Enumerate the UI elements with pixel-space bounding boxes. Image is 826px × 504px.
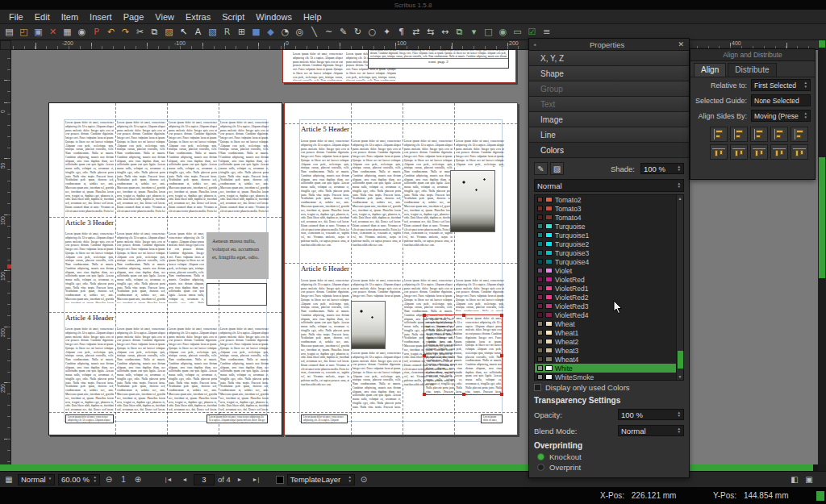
insert-image-frame-icon[interactable]: ▧ xyxy=(206,25,219,39)
color-list-item[interactable]: White xyxy=(535,364,683,373)
vertical-scrollbar-thumb[interactable] xyxy=(819,157,825,278)
fill-type-select[interactable]: Normal ▲▼ xyxy=(534,179,684,192)
insert-table-icon[interactable]: ⊞ xyxy=(235,25,248,39)
align-bottom-sides-icon[interactable] xyxy=(770,144,788,160)
preview-quality-select[interactable]: Normal ▼ xyxy=(18,474,55,485)
footer-box[interactable]: Lorem ipsum dolor sit amet, consectetuer… xyxy=(481,414,503,423)
float-panel-icon[interactable]: ▪ xyxy=(532,41,538,48)
close-icon[interactable]: ✕ xyxy=(676,40,686,48)
horizontal-scrollbar-thumb[interactable] xyxy=(0,464,813,471)
selection-handle[interactable] xyxy=(500,393,503,396)
insert-polygon-icon[interactable]: ◆ xyxy=(264,25,277,39)
cut-icon[interactable]: ✂ xyxy=(133,25,147,39)
menu-windows[interactable]: Windows xyxy=(250,11,298,23)
color-list-scrollbar[interactable]: ▲ ▼ xyxy=(676,195,683,380)
zoom-input[interactable]: 60.00 % ▲▼ xyxy=(58,474,100,485)
color-list-item[interactable]: Turquoise1 xyxy=(535,231,683,240)
overprint-radio[interactable] xyxy=(537,464,544,471)
shade-input[interactable]: 100 % ▲▼ xyxy=(640,163,684,174)
tab-distribute[interactable]: Distribute xyxy=(728,63,776,77)
page-2-partial[interactable]: Lorem ipsum dolor sit amet, consectetuer… xyxy=(282,50,516,83)
layer-visibility-eye-icon[interactable]: ⊙ xyxy=(358,474,369,485)
selection-handle[interactable] xyxy=(423,393,426,396)
color-list-item[interactable]: Turquoise4 xyxy=(535,257,683,266)
selection-handle[interactable] xyxy=(500,314,503,317)
color-list-item[interactable]: Tomato3 xyxy=(535,204,683,213)
pdf-push-button-icon[interactable]: □ xyxy=(482,25,495,39)
zoom-100-icon[interactable]: 1 xyxy=(118,474,129,485)
section-colors[interactable]: Colors xyxy=(529,143,689,158)
vertical-ruler[interactable]: 050100150200250 xyxy=(0,50,11,464)
align-bottom-to-top-icon[interactable] xyxy=(710,144,728,160)
align-right-to-left-icon[interactable] xyxy=(710,127,728,142)
spinner-arrows-icon[interactable]: ▲▼ xyxy=(675,411,681,419)
pdf-text-field-icon[interactable]: ▭ xyxy=(511,25,524,39)
insert-spiral-icon[interactable]: ◎ xyxy=(293,25,307,39)
vertical-scrollbar-top[interactable] xyxy=(819,40,825,48)
color-list-item[interactable]: Wheat2 xyxy=(535,337,683,346)
display-used-colors-checkbox[interactable] xyxy=(534,384,541,391)
insert-line-icon[interactable]: ╲ xyxy=(307,25,321,39)
menu-edit[interactable]: Edit xyxy=(29,11,56,23)
section-shape[interactable]: Shape xyxy=(529,66,689,81)
color-management-icon[interactable]: ◧ xyxy=(789,474,800,485)
spinner-arrows-icon[interactable]: ▲▼ xyxy=(91,476,97,483)
color-list-item[interactable]: VioletRed3 xyxy=(535,302,683,310)
align-left-to-right-icon[interactable] xyxy=(791,127,808,142)
print-preview-icon[interactable]: ◉ xyxy=(75,25,89,39)
kite-photo-1[interactable] xyxy=(450,170,495,232)
menu-help[interactable]: Help xyxy=(298,11,327,23)
vertical-scrollbar[interactable] xyxy=(818,40,826,464)
insert-text-frame-icon[interactable]: A xyxy=(191,25,205,39)
insert-arc-icon[interactable]: ◔ xyxy=(278,25,292,39)
section-line[interactable]: Line xyxy=(529,127,689,143)
rotate-item-icon[interactable]: ↻ xyxy=(351,25,365,39)
continuation-table[interactable]: Lorem ipsum dolor sit amet, consectetuer… xyxy=(368,50,509,69)
color-list-item[interactable]: VioletRed2 xyxy=(535,293,683,302)
menu-file[interactable]: File xyxy=(3,11,29,23)
color-list-item[interactable]: Turquoise2 xyxy=(535,240,683,248)
unlink-text-frames-icon[interactable]: ⇆ xyxy=(423,25,437,39)
color-list-item[interactable]: VioletRed xyxy=(535,275,683,284)
menu-insert[interactable]: Insert xyxy=(84,11,118,23)
relative-to-select[interactable]: First Selected ▲▼ xyxy=(751,79,811,91)
copy-properties-icon[interactable]: ⧉ xyxy=(453,25,466,39)
footer-box[interactable]: Lorem ipsum dolor sit amet, consectetuer… xyxy=(65,414,114,423)
center-vertical-axis-icon[interactable] xyxy=(750,127,768,142)
pdf-combo-box-icon[interactable]: ≡ xyxy=(540,25,553,39)
insert-bezier-icon[interactable]: ~ xyxy=(322,25,336,39)
first-page-icon[interactable]: |◄ xyxy=(161,474,176,485)
insert-shape-icon[interactable]: ■ xyxy=(249,25,263,39)
insert-freehand-icon[interactable]: ✎ xyxy=(336,25,350,39)
select-item-icon[interactable]: ↖ xyxy=(177,25,190,39)
section-xyz[interactable]: X, Y, Z xyxy=(529,51,689,66)
color-list-item[interactable]: Violet xyxy=(535,266,683,275)
color-list-item[interactable]: Tomato4 xyxy=(535,213,683,222)
color-list-item[interactable]: Wheat3 xyxy=(535,346,683,355)
align-panel-titlebar[interactable]: Align and Distribute xyxy=(690,49,815,61)
pdf-radio-button-icon[interactable]: ◉ xyxy=(496,25,510,39)
story-editor-icon[interactable]: ¶ xyxy=(394,25,408,39)
scroll-up-icon[interactable]: ▲ xyxy=(678,196,682,201)
link-text-frames-icon[interactable]: ⇄ xyxy=(409,25,423,39)
empty-frame[interactable] xyxy=(206,283,267,306)
color-list-item[interactable]: Wheat xyxy=(535,319,683,328)
pull-quote-frame[interactable]: Aenean massa nulla, volutpat eu, accumsa… xyxy=(206,232,269,279)
footer-box[interactable]: Lorem ipsum dolor sit amet, consectetuer… xyxy=(301,414,348,423)
insert-render-frame-icon[interactable]: R xyxy=(220,25,234,39)
export-pdf-icon[interactable]: P xyxy=(90,25,103,39)
color-list-item[interactable]: VioletRed1 xyxy=(535,284,683,293)
selected-text-frame[interactable]: Lorem ipsum dolor sit amet, consectetuer… xyxy=(423,314,503,395)
color-list-item[interactable]: Turquoise xyxy=(535,222,683,231)
selection-handle[interactable] xyxy=(423,314,426,317)
pdf-checkbox-icon[interactable]: ☑ xyxy=(525,25,539,39)
previous-page-icon[interactable]: ◄ xyxy=(179,474,190,485)
selection-handle[interactable] xyxy=(462,393,465,396)
preview-mode-icon[interactable]: ▣ xyxy=(803,474,815,485)
zoom-out-icon[interactable]: ⊖ xyxy=(103,474,115,485)
align-sides-by-select[interactable]: Moving (Prese ▲▼ xyxy=(751,110,811,122)
edit-contents-icon[interactable]: ✦ xyxy=(380,25,394,39)
next-page-icon[interactable]: ► xyxy=(234,474,245,485)
align-top-to-bottom-icon[interactable] xyxy=(791,144,808,160)
scroll-down-icon[interactable]: ▼ xyxy=(678,374,682,379)
